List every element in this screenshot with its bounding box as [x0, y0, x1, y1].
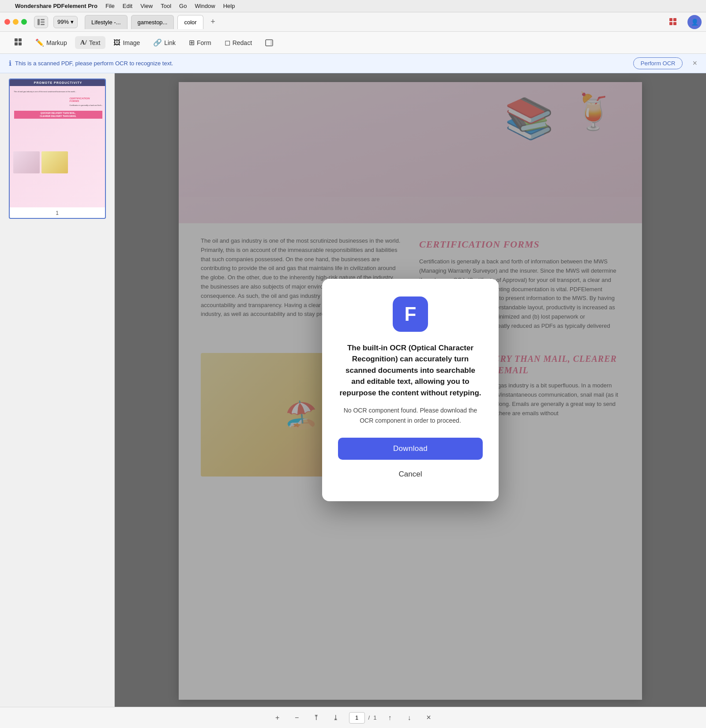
svg-rect-10 [15, 42, 18, 45]
zoom-level: 99% [57, 19, 69, 25]
content-area: 📚 🍹 The oil and gas industry is one of t… [115, 73, 706, 707]
menu-go[interactable]: Go [179, 3, 187, 9]
minimize-window-button[interactable] [13, 19, 19, 25]
toolbar: ✏️ Markup A/ Text 🖼 Image 🔗 Link ⊞ Form … [0, 32, 706, 54]
ocr-notice-text: This is a scanned PDF, please perform OC… [15, 60, 173, 67]
fit-width-button[interactable]: ⤒ [310, 712, 323, 724]
svg-rect-3 [41, 24, 45, 25]
download-button[interactable]: Download [338, 438, 483, 460]
markup-button[interactable]: ✏️ Markup [30, 36, 72, 49]
titlebar: 99% ▾ Lifestyle -... gamestop... color +… [0, 12, 706, 32]
total-pages: 1 [373, 714, 376, 721]
text-button[interactable]: A/ Text [75, 36, 106, 49]
menu-view[interactable]: View [140, 3, 153, 9]
sidebar-toggle-button[interactable] [34, 16, 48, 28]
close-bottom-button[interactable]: × [422, 712, 435, 724]
page-separator: / [368, 714, 370, 721]
svg-rect-6 [669, 22, 672, 25]
fit-page-button[interactable]: ⤓ [330, 712, 342, 724]
app-name: Wondershare PDFelement Pro [15, 3, 98, 9]
svg-rect-8 [15, 38, 18, 41]
modal-icon-letter: F [405, 303, 417, 325]
svg-rect-4 [669, 18, 672, 21]
panel-toggle-button[interactable] [260, 36, 278, 49]
previous-page-button[interactable]: ↑ [383, 712, 396, 724]
page-number-input[interactable] [349, 712, 365, 724]
thumbnail-content: PROMOTE PRODUCTIVITY The oil and gas ind… [10, 79, 106, 207]
menu-window[interactable]: Window [195, 3, 215, 9]
cancel-button[interactable]: Cancel [338, 465, 483, 484]
svg-rect-2 [41, 21, 45, 23]
redact-icon: ◻ [225, 38, 230, 47]
menubar: Wondershare PDFelement Pro File Edit Vie… [0, 0, 706, 12]
svg-rect-5 [673, 18, 676, 21]
ocr-notice-bar: ℹ This is a scanned PDF, please perform … [0, 54, 706, 73]
tab-gamestop[interactable]: gamestop... [131, 15, 174, 29]
image-button[interactable]: 🖼 Image [108, 36, 145, 49]
sidebar: PROMOTE PRODUCTIVITY The oil and gas ind… [0, 73, 115, 707]
user-avatar[interactable]: 👤 [687, 15, 702, 29]
menu-help[interactable]: Help [223, 3, 235, 9]
svg-rect-7 [673, 22, 676, 25]
close-window-button[interactable] [4, 19, 10, 25]
menu-tool[interactable]: Tool [161, 3, 171, 9]
thumbnail-page-number: 1 [10, 210, 105, 218]
modal-description: No OCR component found. Please download … [338, 405, 483, 425]
redact-button[interactable]: ◻ Redact [219, 36, 257, 49]
perform-ocr-button[interactable]: Perform OCR [633, 57, 683, 69]
svg-rect-13 [270, 40, 273, 46]
tab-color[interactable]: color [177, 15, 203, 29]
tab-lifestyle[interactable]: Lifestyle -... [85, 15, 127, 29]
page-thumbnail-1[interactable]: PROMOTE PRODUCTIVITY The oil and gas ind… [9, 79, 106, 219]
traffic-lights [4, 19, 27, 25]
text-icon: A/ [80, 39, 87, 46]
modal-title: The built-in OCR (Optical Character Reco… [338, 342, 483, 399]
thumb-header-text: PROMOTE PRODUCTIVITY [10, 79, 106, 86]
zoom-chevron-icon: ▾ [71, 19, 74, 25]
form-icon: ⊞ [189, 38, 195, 47]
svg-rect-11 [19, 42, 22, 45]
maximize-window-button[interactable] [21, 19, 27, 25]
svg-rect-0 [38, 19, 40, 25]
image-icon: 🖼 [113, 39, 120, 47]
form-button[interactable]: ⊞ Form [184, 36, 217, 49]
menu-file[interactable]: File [105, 3, 115, 9]
pages-icon [14, 38, 22, 48]
modal-app-icon: F [393, 296, 428, 332]
bottom-bar: + − ⤒ ⤓ / 1 ↑ ↓ × [0, 707, 706, 728]
modal-overlay: F The built-in OCR (Optical Character Re… [115, 73, 706, 707]
next-page-button[interactable]: ↓ [403, 712, 415, 724]
tab-grid-button[interactable] [666, 16, 680, 28]
main-layout: PROMOTE PRODUCTIVITY The oil and gas ind… [0, 73, 706, 707]
page-info: / 1 [349, 712, 377, 724]
ocr-modal-dialog: F The built-in OCR (Optical Character Re… [322, 279, 499, 501]
menu-edit[interactable]: Edit [123, 3, 132, 9]
add-tab-button[interactable]: + [207, 16, 219, 28]
svg-rect-1 [41, 19, 45, 20]
link-icon: 🔗 [153, 38, 162, 47]
zoom-out-button[interactable]: − [291, 712, 303, 724]
link-button[interactable]: 🔗 Link [148, 36, 181, 49]
toolbar-pages-button[interactable] [9, 35, 27, 50]
zoom-in-button[interactable]: + [271, 712, 284, 724]
markup-icon: ✏️ [35, 38, 44, 47]
ocr-notice-close-button[interactable]: × [692, 59, 697, 68]
info-icon: ℹ [9, 59, 11, 68]
zoom-selector[interactable]: 99% ▾ [53, 16, 78, 28]
svg-rect-9 [19, 38, 22, 41]
